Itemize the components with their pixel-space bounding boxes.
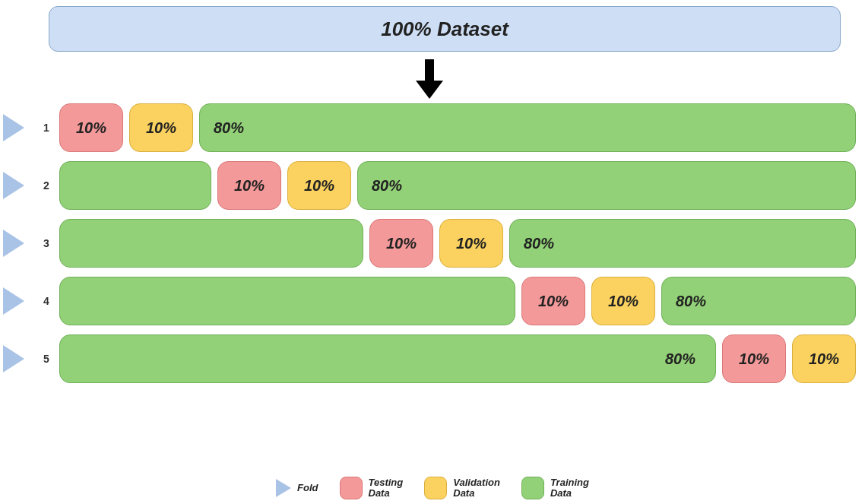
legend-testing-label: Testing Data xyxy=(369,477,404,499)
testing-swatch-icon xyxy=(340,477,363,499)
arrow-down-icon xyxy=(3,59,856,99)
legend-validation: Validation Data xyxy=(424,477,500,499)
testing-label: 10% xyxy=(234,177,265,195)
training-label: 80% xyxy=(214,119,244,137)
validation-segment: 10% xyxy=(129,103,193,152)
testing-segment: 10% xyxy=(521,277,585,325)
validation-label: 10% xyxy=(146,119,176,137)
training-label: 80% xyxy=(524,235,554,252)
dataset-header: 100% Dataset xyxy=(49,6,841,52)
validation-label: 10% xyxy=(304,177,334,195)
fold-number: 2 xyxy=(41,179,52,192)
training-segment: 80% xyxy=(661,277,856,325)
training-label: 80% xyxy=(665,350,695,368)
fold-row: 2 10% 10% 80% xyxy=(3,161,856,210)
training-segment: 80% xyxy=(357,161,856,210)
testing-segment: 10% xyxy=(722,334,786,383)
training-segment xyxy=(59,219,363,268)
testing-segment: 10% xyxy=(369,219,433,268)
training-segment xyxy=(59,161,211,210)
legend-fold: Fold xyxy=(276,479,318,497)
validation-label: 10% xyxy=(809,350,839,368)
fold-bar: 10% 10% 80% xyxy=(59,103,856,152)
fold-bar: 80% 10% 10% xyxy=(59,334,856,383)
training-swatch-icon xyxy=(521,477,544,499)
testing-segment: 10% xyxy=(217,161,281,210)
fold-row: 5 80% 10% 10% xyxy=(3,334,856,383)
training-label: 80% xyxy=(676,293,706,310)
folds-container: 1 10% 10% 80% 2 10% 10% 80% 3 10% 10% 80… xyxy=(3,103,856,383)
fold-triangle-icon xyxy=(276,479,291,497)
dataset-header-label: 100% Dataset xyxy=(381,17,509,41)
fold-marker-icon xyxy=(3,172,32,199)
validation-label: 10% xyxy=(456,235,486,252)
training-label: 80% xyxy=(372,177,402,195)
testing-label: 10% xyxy=(739,350,769,368)
fold-bar: 10% 10% 80% xyxy=(59,219,856,268)
fold-marker-icon xyxy=(3,287,32,315)
legend: Fold Testing Data Validation Data Traini… xyxy=(0,477,865,499)
training-segment: 80% xyxy=(509,219,856,268)
fold-row: 4 10% 10% 80% xyxy=(3,277,856,325)
fold-bar: 10% 10% 80% xyxy=(59,161,856,210)
fold-number: 4 xyxy=(41,295,52,307)
testing-segment: 10% xyxy=(59,103,123,152)
legend-validation-label: Validation Data xyxy=(453,477,500,499)
fold-row: 1 10% 10% 80% xyxy=(3,103,856,152)
fold-bar: 10% 10% 80% xyxy=(59,277,856,325)
validation-segment: 10% xyxy=(591,277,655,325)
legend-testing: Testing Data xyxy=(340,477,404,499)
validation-swatch-icon xyxy=(424,477,447,499)
testing-label: 10% xyxy=(386,235,417,252)
fold-marker-icon xyxy=(3,345,32,372)
fold-number: 3 xyxy=(41,237,52,249)
fold-marker-icon xyxy=(3,230,32,257)
legend-training-label: Training Data xyxy=(550,477,589,499)
legend-fold-label: Fold xyxy=(297,483,318,493)
fold-marker-icon xyxy=(3,114,32,141)
legend-training: Training Data xyxy=(521,477,589,499)
training-segment: 80% xyxy=(59,334,716,383)
testing-label: 10% xyxy=(538,293,569,310)
validation-segment: 10% xyxy=(792,334,856,383)
testing-label: 10% xyxy=(76,119,106,137)
fold-row: 3 10% 10% 80% xyxy=(3,219,856,268)
svg-marker-1 xyxy=(416,81,443,99)
fold-number: 5 xyxy=(41,353,52,365)
validation-segment: 10% xyxy=(439,219,503,268)
svg-rect-0 xyxy=(425,59,434,81)
validation-segment: 10% xyxy=(287,161,351,210)
validation-label: 10% xyxy=(608,293,638,310)
fold-number: 1 xyxy=(41,122,52,134)
training-segment xyxy=(59,277,515,325)
training-segment: 80% xyxy=(199,103,856,152)
